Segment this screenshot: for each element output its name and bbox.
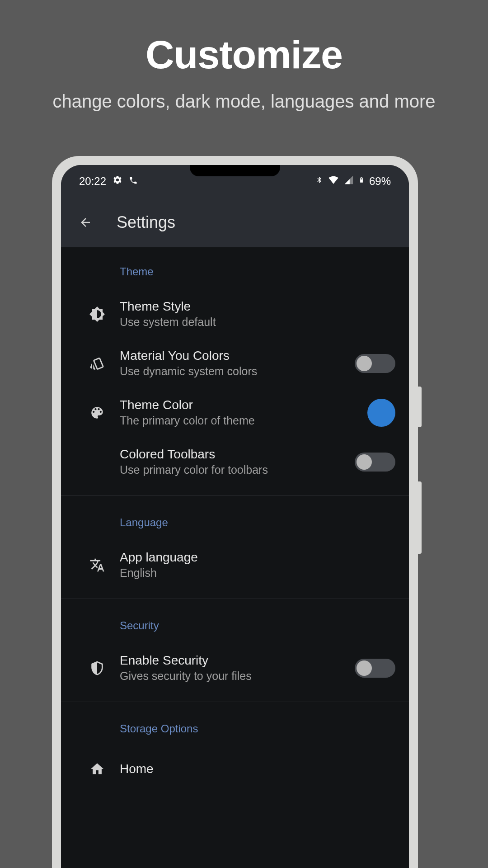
color-swatch[interactable] — [367, 399, 395, 427]
setting-title: Enable Security — [120, 653, 346, 668]
toggle-material-you[interactable] — [355, 354, 395, 373]
setting-title: Colored Toolbars — [120, 447, 346, 462]
palette-icon — [75, 405, 120, 420]
setting-subtitle: Gives security to your files — [120, 670, 346, 683]
setting-content: App language English — [120, 550, 395, 580]
status-left: 20:22 — [79, 175, 138, 188]
brightness-icon — [75, 306, 120, 322]
promo-subtitle: change colors, dark mode, languages and … — [0, 91, 488, 112]
setting-content: Enable Security Gives security to your f… — [120, 653, 346, 683]
setting-enable-security[interactable]: Enable Security Gives security to your f… — [61, 643, 409, 693]
phone-notch — [190, 165, 280, 176]
signal-icon — [344, 175, 354, 188]
status-time: 20:22 — [79, 175, 106, 188]
setting-content: Theme Style Use system default — [120, 299, 395, 329]
toggle-knob — [357, 356, 372, 371]
setting-colored-toolbars[interactable]: Colored Toolbars Use primary color for t… — [61, 437, 409, 486]
app-screen: 20:22 — [61, 165, 409, 868]
battery-icon — [358, 175, 365, 188]
setting-control — [355, 453, 395, 472]
phone-side-button — [418, 387, 422, 427]
translate-icon — [75, 557, 120, 573]
promo-title: Customize — [0, 32, 488, 78]
toggle-enable-security[interactable] — [355, 659, 395, 678]
style-icon — [75, 356, 120, 371]
shield-icon — [75, 660, 120, 676]
setting-subtitle: Use dynamic system colors — [120, 365, 346, 378]
setting-subtitle: The primary color of theme — [120, 414, 358, 427]
app-bar-title: Settings — [117, 213, 175, 232]
setting-material-you[interactable]: Material You Colors Use dynamic system c… — [61, 339, 409, 388]
setting-content: Material You Colors Use dynamic system c… — [120, 349, 346, 378]
back-button[interactable] — [75, 212, 96, 233]
phone-side-button — [418, 481, 422, 554]
section-header-security: Security — [61, 599, 409, 643]
setting-theme-color[interactable]: Theme Color The primary color of theme — [61, 388, 409, 437]
setting-title: Material You Colors — [120, 349, 346, 363]
phone-frame: 20:22 — [52, 156, 418, 868]
setting-title: Home — [120, 762, 395, 776]
setting-theme-style[interactable]: Theme Style Use system default — [61, 289, 409, 339]
toggle-knob — [357, 660, 372, 676]
wifi-icon — [328, 175, 339, 188]
settings-icon — [113, 175, 122, 188]
bluetooth-icon — [316, 175, 323, 188]
home-icon — [75, 761, 120, 777]
setting-subtitle: Use primary color for toolbars — [120, 463, 346, 476]
setting-content: Theme Color The primary color of theme — [120, 398, 358, 427]
setting-subtitle: Use system default — [120, 316, 395, 329]
setting-app-language[interactable]: App language English — [61, 540, 409, 590]
settings-list[interactable]: Theme Theme Style Use system default — [61, 247, 409, 868]
setting-control — [355, 659, 395, 678]
toggle-knob — [357, 454, 372, 470]
setting-control — [367, 399, 395, 427]
section-header-theme: Theme — [61, 247, 409, 289]
app-bar: Settings — [61, 198, 409, 247]
setting-title: App language — [120, 550, 395, 565]
section-header-language: Language — [61, 496, 409, 540]
toggle-colored-toolbars[interactable] — [355, 453, 395, 472]
setting-control — [355, 354, 395, 373]
phone-inner: 20:22 — [61, 165, 409, 868]
arrow-back-icon — [79, 216, 92, 229]
setting-title: Theme Style — [120, 299, 395, 314]
setting-content: Colored Toolbars Use primary color for t… — [120, 447, 346, 476]
phone-icon — [129, 175, 138, 188]
setting-title: Theme Color — [120, 398, 358, 412]
status-right: 69% — [316, 175, 391, 188]
section-header-storage: Storage Options — [61, 702, 409, 746]
setting-subtitle: English — [120, 566, 395, 580]
battery-percent: 69% — [369, 175, 391, 188]
setting-home[interactable]: Home — [61, 746, 409, 792]
setting-content: Home — [120, 762, 395, 776]
